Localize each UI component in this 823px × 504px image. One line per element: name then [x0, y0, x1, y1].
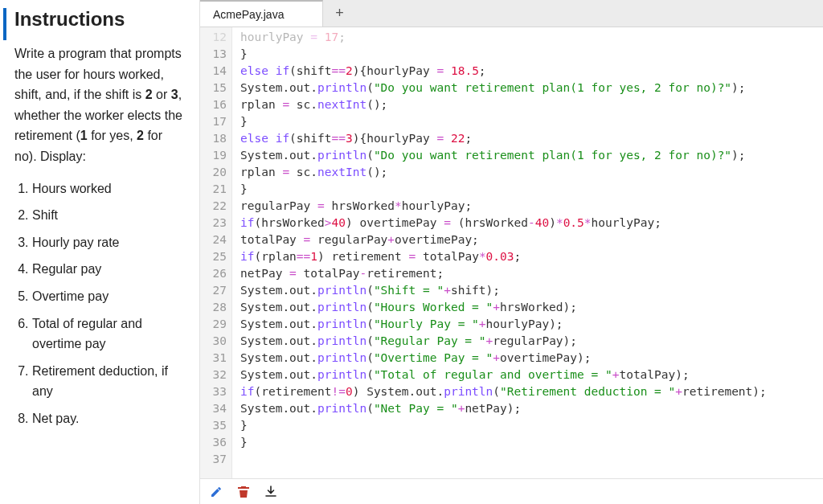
line-number: 30	[200, 333, 227, 350]
editor-toolbar	[200, 478, 823, 504]
tab-acmepay[interactable]: AcmePay.java	[200, 0, 323, 27]
instructions-intro: Write a program that prompts the user fo…	[14, 43, 185, 167]
code-line[interactable]: if(retirement!=0) System.out.println("Re…	[240, 383, 815, 400]
instructions-list-item: Shift	[32, 205, 185, 226]
code-line[interactable]: System.out.println("Do you want retireme…	[240, 147, 815, 164]
line-number: 17	[200, 113, 227, 130]
code-area[interactable]: hourlyPay = 17;}else if(shift==2){hourly…	[232, 27, 823, 478]
line-number: 28	[200, 299, 227, 316]
code-editor[interactable]: 1213141516171819202122232425262728293031…	[200, 27, 823, 478]
line-number: 35	[200, 417, 227, 434]
code-line[interactable]: System.out.println("Regular Pay = "+regu…	[240, 333, 815, 350]
code-line[interactable]: System.out.println("Hourly Pay = "+hourl…	[240, 316, 815, 333]
line-number: 20	[200, 164, 227, 181]
instructions-list-item: Net pay.	[32, 408, 185, 429]
line-number: 25	[200, 248, 227, 265]
code-line[interactable]: totalPay = regularPay+overtimePay;	[240, 232, 815, 248]
code-line[interactable]: netPay = totalPay-retirement;	[240, 265, 815, 282]
code-line[interactable]: }	[240, 417, 815, 434]
code-line[interactable]: System.out.println("Overtime Pay = "+ove…	[240, 350, 815, 367]
code-line[interactable]: System.out.println("Net Pay = "+netPay);	[240, 400, 815, 417]
code-line[interactable]: System.out.println("Total of regular and…	[240, 367, 815, 383]
line-number: 24	[200, 232, 227, 248]
instructions-list-item: Total of regular and overtime pay	[32, 313, 185, 354]
line-number: 32	[200, 367, 227, 383]
instructions-panel: Instructions Write a program that prompt…	[0, 0, 199, 504]
code-line[interactable]: regularPay = hrsWorked*hourlyPay;	[240, 198, 815, 215]
code-line[interactable]: }	[240, 434, 815, 451]
code-line[interactable]: else if(shift==3){hourlyPay = 22;	[240, 130, 815, 147]
line-number: 21	[200, 181, 227, 198]
line-number: 15	[200, 80, 227, 96]
line-number: 22	[200, 198, 227, 215]
line-number: 14	[200, 63, 227, 80]
pencil-icon[interactable]	[210, 486, 223, 498]
instructions-body: Write a program that prompts the user fo…	[14, 43, 185, 429]
line-number: 12	[200, 29, 227, 46]
trash-icon[interactable]	[237, 486, 250, 498]
instructions-list-item: Retirement deduction, if any	[32, 361, 185, 402]
line-number: 29	[200, 316, 227, 333]
instructions-list-item: Overtime pay	[32, 286, 185, 307]
instructions-list-item: Hourly pay rate	[32, 232, 185, 253]
line-number: 27	[200, 282, 227, 299]
plus-icon: +	[335, 5, 344, 22]
line-number: 18	[200, 130, 227, 147]
line-number: 16	[200, 96, 227, 113]
code-line[interactable]: rplan = sc.nextInt();	[240, 164, 815, 181]
instructions-heading: Instructions	[3, 8, 185, 40]
download-icon[interactable]	[264, 486, 277, 498]
line-gutter: 1213141516171819202122232425262728293031…	[200, 27, 232, 478]
line-number: 19	[200, 147, 227, 164]
code-line[interactable]	[240, 451, 815, 468]
line-number: 34	[200, 400, 227, 417]
code-line[interactable]: if(rplan==1) retirement = totalPay*0.03;	[240, 248, 815, 265]
editor-panel: AcmePay.java + 1213141516171819202122232…	[199, 0, 823, 504]
code-line[interactable]: System.out.println("Hours Worked = "+hrs…	[240, 299, 815, 316]
code-line[interactable]: hourlyPay = 17;	[240, 29, 815, 46]
code-line[interactable]: if(hrsWorked>40) overtimePay = (hrsWorke…	[240, 215, 815, 232]
code-line[interactable]: else if(shift==2){hourlyPay = 18.5;	[240, 63, 815, 80]
line-number: 33	[200, 383, 227, 400]
tab-label: AcmePay.java	[213, 8, 284, 21]
code-line[interactable]: }	[240, 113, 815, 130]
line-number: 31	[200, 350, 227, 367]
line-number: 26	[200, 265, 227, 282]
instructions-list: Hours workedShiftHourly pay rateRegular …	[32, 178, 185, 429]
instructions-list-item: Hours worked	[32, 178, 185, 199]
tab-add-button[interactable]: +	[323, 0, 355, 27]
code-line[interactable]: System.out.println("Do you want retireme…	[240, 80, 815, 96]
app-root: Instructions Write a program that prompt…	[0, 0, 823, 504]
line-number: 13	[200, 46, 227, 63]
code-line[interactable]: }	[240, 46, 815, 63]
code-line[interactable]: rplan = sc.nextInt();	[240, 96, 815, 113]
line-number: 37	[200, 451, 227, 468]
code-line[interactable]: }	[240, 181, 815, 198]
line-number: 23	[200, 215, 227, 232]
tab-bar: AcmePay.java +	[200, 0, 823, 27]
code-line[interactable]: System.out.println("Shift = "+shift);	[240, 282, 815, 299]
line-number: 36	[200, 434, 227, 451]
instructions-list-item: Regular pay	[32, 259, 185, 280]
